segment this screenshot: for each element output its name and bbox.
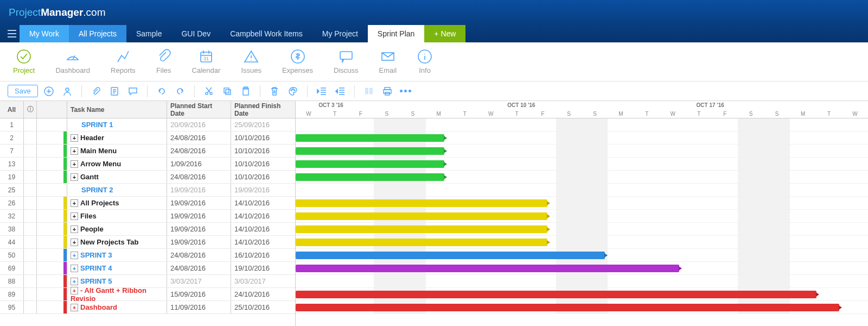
task-row[interactable]: 26+All Projects19/09/201614/10/2016 xyxy=(0,197,295,210)
expand-icon[interactable]: + xyxy=(71,134,78,142)
cell-name[interactable]: +Gantt xyxy=(67,171,167,183)
task-row[interactable]: 50+SPRINT 324/08/201616/10/2016 xyxy=(0,249,295,262)
cell-start[interactable]: 24/08/2016 xyxy=(167,262,231,274)
cell-end[interactable]: 14/10/2016 xyxy=(231,223,295,235)
expand-icon[interactable]: + xyxy=(71,265,78,272)
task-row[interactable]: 25SPRINT 219/09/201619/09/2016 xyxy=(0,184,295,197)
gantt-bar[interactable] xyxy=(296,225,547,233)
info-icon[interactable]: ⓘ xyxy=(24,101,37,118)
outdent-icon[interactable] xyxy=(314,84,329,99)
cell-start[interactable]: 24/08/2016 xyxy=(167,249,231,261)
save-button[interactable]: Save xyxy=(8,85,38,97)
cell-end[interactable]: 10/10/2016 xyxy=(231,171,295,183)
toolbar-files[interactable]: Files xyxy=(156,49,171,74)
cell-start[interactable]: 19/09/2016 xyxy=(167,210,231,222)
expand-icon[interactable]: + xyxy=(71,173,78,181)
cell-name[interactable]: +Header xyxy=(67,131,167,144)
cell-end[interactable]: 14/10/2016 xyxy=(231,197,295,209)
expand-icon[interactable]: + xyxy=(71,304,78,311)
cell-start[interactable]: 24/08/2016 xyxy=(167,145,231,157)
columns-icon[interactable] xyxy=(361,84,376,99)
tab-sprint-plan[interactable]: Sprint Plan xyxy=(368,25,424,42)
menu-icon[interactable] xyxy=(4,25,20,42)
col-all[interactable]: All xyxy=(0,101,24,118)
cell-end[interactable]: 10/10/2016 xyxy=(231,158,295,170)
copy-icon[interactable] xyxy=(220,84,235,99)
gantt-bar[interactable] xyxy=(296,173,444,181)
redo-icon[interactable] xyxy=(173,84,188,99)
cell-name[interactable]: +People xyxy=(67,223,167,235)
expand-icon[interactable]: + xyxy=(71,225,78,233)
task-row[interactable]: 7+Main Menu24/08/201610/10/2016 xyxy=(0,145,295,158)
toolbar-discuss[interactable]: Discuss xyxy=(334,49,359,74)
cell-name[interactable]: +All Projects xyxy=(67,197,167,209)
tab-campbell-work-items[interactable]: Campbell Work Items xyxy=(220,25,312,42)
cell-name[interactable]: +SPRINT 3 xyxy=(67,249,167,261)
indent-icon[interactable] xyxy=(333,84,348,99)
tab-sample[interactable]: Sample xyxy=(126,25,171,42)
paste-icon[interactable] xyxy=(238,84,253,99)
comment-icon[interactable] xyxy=(125,84,141,99)
toolbar-reports[interactable]: Reports xyxy=(111,49,136,74)
gantt-bar[interactable] xyxy=(296,199,547,207)
cell-name[interactable]: SPRINT 1 xyxy=(67,118,167,131)
gantt-bar[interactable] xyxy=(296,304,839,311)
cell-end[interactable]: 14/10/2016 xyxy=(231,236,295,248)
tab--new[interactable]: + New xyxy=(424,25,465,42)
expand-icon[interactable]: + xyxy=(71,160,78,168)
cell-end[interactable]: 10/10/2016 xyxy=(231,145,295,157)
cell-start[interactable]: 19/09/2016 xyxy=(167,184,231,196)
cell-end[interactable]: 14/10/2016 xyxy=(231,210,295,222)
note-icon[interactable] xyxy=(107,84,122,99)
tab-gui-dev[interactable]: GUI Dev xyxy=(171,25,220,42)
expand-icon[interactable]: + xyxy=(71,147,78,155)
task-row[interactable]: 89+- Alt Gantt + Ribbon Revisio15/09/201… xyxy=(0,288,295,301)
cell-start[interactable]: 24/08/2016 xyxy=(167,131,231,144)
col-end-date[interactable]: Planned Finish Date xyxy=(231,101,295,118)
delete-icon[interactable] xyxy=(267,84,282,99)
task-row[interactable]: 95+Dashboard11/09/201625/10/2016 xyxy=(0,301,295,314)
more-icon[interactable] xyxy=(398,84,413,99)
task-row[interactable]: 2+Header24/08/201610/10/2016 xyxy=(0,131,295,145)
cell-start[interactable]: 20/09/2016 xyxy=(167,118,231,131)
cell-end[interactable]: 19/09/2016 xyxy=(231,184,295,196)
task-row[interactable]: 38+People19/09/201614/10/2016 xyxy=(0,223,295,236)
gantt-bar[interactable] xyxy=(296,160,444,168)
expand-icon[interactable]: + xyxy=(71,287,78,294)
cell-start[interactable]: 11/09/2016 xyxy=(167,301,231,314)
tab-my-project[interactable]: My Project xyxy=(312,25,368,42)
task-row[interactable]: 13+Arrow Menu1/09/201610/10/2016 xyxy=(0,158,295,171)
expand-icon[interactable]: + xyxy=(71,199,78,207)
gantt-bar[interactable] xyxy=(296,147,444,155)
cell-name[interactable]: +Main Menu xyxy=(67,145,167,157)
cell-start[interactable]: 19/09/2016 xyxy=(167,236,231,248)
undo-icon[interactable] xyxy=(154,84,169,99)
task-row[interactable]: 32+Files19/09/201614/10/2016 xyxy=(0,210,295,223)
cell-end[interactable]: 25/10/2016 xyxy=(231,301,295,314)
expand-icon[interactable]: + xyxy=(71,239,78,246)
gantt-bar[interactable] xyxy=(296,212,547,220)
cell-start[interactable]: 3/03/2017 xyxy=(167,275,231,287)
col-start-date[interactable]: Planned Start Date xyxy=(167,101,231,118)
toolbar-email[interactable]: Email xyxy=(379,49,397,74)
cell-end[interactable]: 3/03/2017 xyxy=(231,275,295,287)
expand-icon[interactable]: + xyxy=(71,212,78,220)
cell-start[interactable]: 19/09/2016 xyxy=(167,223,231,235)
print-icon[interactable] xyxy=(380,84,395,99)
cell-end[interactable]: 25/09/2016 xyxy=(231,118,295,131)
cell-name[interactable]: +- Alt Gantt + Ribbon Revisio xyxy=(67,288,167,300)
toolbar-issues[interactable]: Issues xyxy=(241,49,261,74)
gantt-bar[interactable] xyxy=(296,252,605,259)
gantt-bar[interactable] xyxy=(296,291,816,298)
cell-start[interactable]: 1/09/2016 xyxy=(167,158,231,170)
tab-my-work[interactable]: My Work xyxy=(20,25,69,42)
cell-start[interactable]: 15/09/2016 xyxy=(167,288,231,300)
gantt-bar[interactable] xyxy=(296,265,679,272)
toolbar-expenses[interactable]: Expenses xyxy=(282,49,313,74)
toolbar-info[interactable]: Info xyxy=(417,49,432,74)
cell-end[interactable]: 24/10/2016 xyxy=(231,288,295,300)
task-row[interactable]: 19+Gantt24/08/201610/10/2016 xyxy=(0,171,295,184)
cell-name[interactable]: +Arrow Menu xyxy=(67,158,167,170)
gantt-bar[interactable] xyxy=(296,134,444,142)
cell-end[interactable]: 10/10/2016 xyxy=(231,131,295,144)
